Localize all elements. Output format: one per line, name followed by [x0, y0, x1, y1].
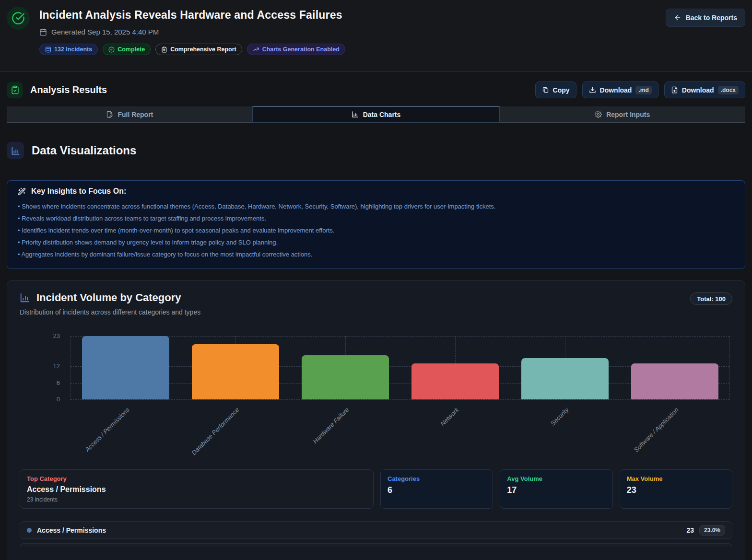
insight-bullet: Reveals workload distribution across tea… — [18, 215, 734, 222]
arrow-left-icon — [674, 14, 682, 22]
docx-extension-chip: .docx — [718, 86, 739, 94]
download-docx-button[interactable]: Download .docx — [664, 82, 745, 98]
bar-software-application[interactable] — [631, 363, 718, 399]
calendar-icon — [39, 28, 47, 36]
bar-chart: 061223 Access / PermissionsDatabase Perf… — [20, 336, 732, 462]
wand-sparkles-icon — [18, 187, 26, 196]
key-insights-title: Key Insights to Focus On: — [31, 187, 126, 196]
chart-subtitle: Distribution of incidents across differe… — [20, 308, 732, 316]
clipboard-icon — [161, 47, 167, 53]
y-axis-tick: 12 — [53, 362, 60, 370]
page-header: Incident Analysis Reveals Hardware and A… — [0, 0, 752, 72]
breakdown-row-partial — [20, 543, 732, 547]
analysis-results-icon — [7, 82, 23, 98]
category-color-dot — [27, 528, 32, 533]
gridline — [70, 336, 71, 399]
gridline — [70, 366, 729, 367]
y-axis-tick: 6 — [57, 379, 60, 386]
breakdown-row-access-permissions: Access / Permissions 23 23.0% — [20, 521, 732, 539]
status-complete-badge: Complete — [103, 44, 151, 55]
file-down-icon — [671, 86, 678, 93]
stat-categories: Categories 6 — [380, 469, 493, 509]
insight-bullet: Shows where incidents concentrate across… — [18, 203, 734, 210]
bar-plot — [70, 336, 729, 399]
analysis-results-title: Analysis Results — [30, 84, 107, 95]
back-to-reports-button[interactable]: Back to Reports — [666, 9, 745, 27]
bar-access-permissions[interactable] — [82, 336, 169, 399]
chart-stats-row: Top Category Access / Permissions 23 inc… — [20, 469, 732, 509]
md-extension-chip: .md — [635, 86, 651, 94]
bar-database-performance[interactable] — [192, 344, 279, 399]
gear-icon — [595, 111, 602, 118]
bar-chart-icon — [11, 146, 20, 155]
key-insights-panel: Key Insights to Focus On: Shows where in… — [7, 180, 745, 269]
charts-enabled-badge: Charts Generation Enabled — [247, 44, 345, 55]
total-badge: Total: 100 — [690, 292, 732, 305]
data-visualizations-title: Data Visualizations — [32, 144, 136, 157]
gridline — [70, 336, 729, 337]
bar-chart-icon — [20, 292, 30, 303]
bar-security[interactable] — [521, 358, 609, 399]
copy-button[interactable]: Copy — [535, 82, 576, 98]
clipboard-check-icon — [11, 85, 20, 94]
badges-row: 132 Incidents Complete Comprehensive Rep… — [39, 44, 345, 55]
insight-bullet: Identifies incident trends over time (mo… — [18, 227, 734, 234]
stat-max-volume: Max Volume 23 — [620, 469, 732, 509]
data-visualizations-icon — [7, 142, 24, 159]
download-icon — [589, 86, 596, 93]
copy-icon — [542, 86, 549, 93]
incident-volume-chart-card: Incident Volume by Category Distribution… — [7, 280, 745, 560]
tab-full-report[interactable]: Full Report — [7, 106, 253, 122]
report-type-badge: Comprehensive Report — [155, 44, 242, 55]
trending-up-icon — [253, 46, 259, 53]
tab-bar: Full Report Data Charts Report Inputs — [7, 106, 745, 123]
check-circle-icon — [108, 47, 115, 53]
download-md-button[interactable]: Download .md — [582, 82, 658, 98]
tab-report-inputs[interactable]: Report Inputs — [499, 106, 745, 122]
incidents-count-badge: 132 Incidents — [39, 44, 98, 55]
gridline — [729, 336, 730, 399]
report-status-icon — [7, 7, 30, 30]
gridline — [70, 383, 729, 384]
database-icon — [45, 47, 51, 53]
file-pen-icon — [106, 111, 113, 118]
stat-avg-volume: Avg Volume 17 — [500, 469, 612, 509]
bar-network[interactable] — [411, 363, 499, 399]
percent-badge: 23.0% — [699, 525, 725, 536]
insight-bullet: Priority distribution shows demand by ur… — [18, 239, 734, 246]
y-axis-labels: 061223 — [20, 336, 68, 399]
generated-text: Generated Sep 15, 2025 4:40 PM — [51, 28, 159, 36]
bar-hardware-failure[interactable] — [302, 355, 389, 399]
tab-data-charts[interactable]: Data Charts — [253, 106, 500, 122]
bar-chart-icon — [352, 111, 359, 118]
stat-top-category: Top Category Access / Permissions 23 inc… — [20, 469, 374, 509]
circle-check-icon — [12, 12, 25, 25]
y-axis-tick: 23 — [53, 332, 60, 339]
analysis-results-section: Analysis Results Copy Download .md Downl… — [0, 82, 752, 560]
key-insights-list: Shows where incidents concentrate across… — [18, 203, 734, 258]
generated-timestamp: Generated Sep 15, 2025 4:40 PM — [39, 28, 345, 36]
page-title: Incident Analysis Reveals Hardware and A… — [39, 9, 345, 22]
x-axis-labels: Access / PermissionsDatabase Performance… — [70, 399, 729, 462]
chart-title: Incident Volume by Category — [36, 292, 181, 304]
y-axis-tick: 0 — [57, 396, 60, 403]
insight-bullet: Aggregates incidents by dominant failure… — [18, 251, 734, 258]
